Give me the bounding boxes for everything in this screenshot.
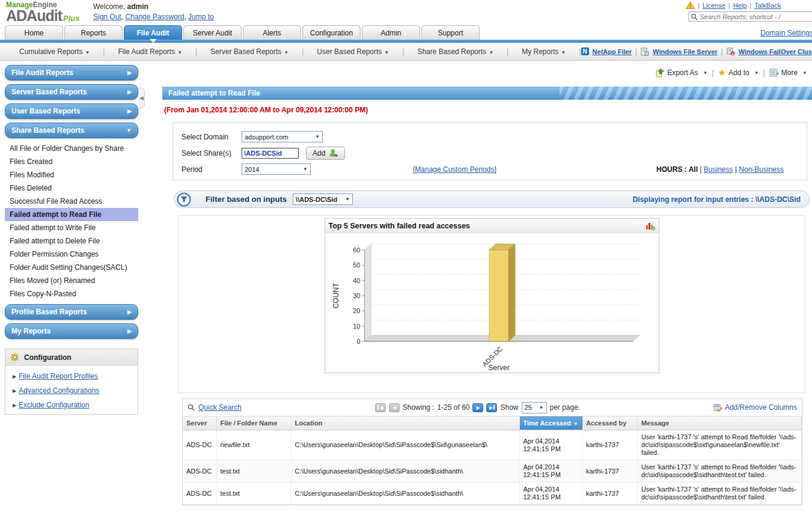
add-remove-columns-link[interactable]: Add/Remove Columns (725, 403, 797, 412)
menu-my-reports[interactable]: My Reports▼ (508, 47, 579, 56)
sidebar-item-files-deleted[interactable]: Files Deleted (5, 181, 138, 195)
warning-icon[interactable]: ! (686, 1, 695, 9)
windows-file-server-link[interactable]: Windows File Server (653, 48, 718, 55)
more-button[interactable]: More▼ (769, 68, 807, 78)
sign-out-link[interactable]: Sign Out (93, 13, 121, 21)
export-icon (655, 68, 665, 78)
manage-custom-periods-link[interactable]: [Manage Custom Periods] (413, 165, 496, 174)
search-input[interactable] (700, 13, 808, 20)
sidebar-item-failed-attempt-to-write-file[interactable]: Failed attempt to Write File (5, 221, 138, 234)
main-tabs: Home Reports File Audit Server Audit Ale… (5, 25, 480, 40)
svg-text:0: 0 (356, 338, 360, 345)
license-link[interactable]: License (703, 2, 725, 9)
prev-page-button[interactable]: ◀ (389, 403, 400, 412)
table-row[interactable]: ADS-DC test.txt C:\Users\gunaseelan\Desk… (183, 460, 802, 483)
add-user-icon (329, 148, 338, 157)
hours-nonbusiness-link[interactable]: Non-Business (739, 165, 784, 174)
jump-to-link[interactable]: Jump to (188, 13, 214, 21)
sidebar-item-files-copy-n-pasted[interactable]: Files Copy-N-Pasted (5, 287, 138, 300)
sidebar-item-files-created[interactable]: Files Created (5, 155, 138, 168)
tab-alerts[interactable]: Alerts (243, 25, 301, 40)
svg-text:40: 40 (353, 277, 360, 284)
talkback-link[interactable]: TalkBack (754, 2, 781, 9)
col-file-folder-name[interactable]: File / Folder Name (216, 416, 291, 430)
tab-support[interactable]: Support (421, 25, 480, 40)
filter-funnel-icon[interactable] (177, 192, 191, 207)
advanced-configurations-link[interactable]: Advanced Configurations (13, 386, 138, 395)
adaudit-page: ManageEngine ADAuditPlus Welcome, admin … (0, 0, 812, 515)
sidebar-item-failed-attempt-to-read-file[interactable]: Failed attempt to Read File (5, 208, 138, 221)
domain-settings-link[interactable]: Domain Settings (760, 29, 812, 37)
next-page-button[interactable]: ▶ (472, 403, 483, 412)
sidebar-section-user-based-reports[interactable]: User Based Reports▶ (5, 103, 138, 119)
menu-cumulative-reports[interactable]: Cumulative Reports▼ (6, 47, 103, 56)
sidebar-section-share-based-reports[interactable]: Share Based Reports▼ (5, 123, 138, 138)
sidebar-item-successful-file-read-access[interactable]: Successful File Read Access (5, 195, 138, 208)
tab-configuration[interactable]: Configuration (302, 25, 361, 40)
sidebar-item-folder-audit-setting-changes[interactable]: Folder Audit Setting Changes(SACL) (5, 261, 138, 274)
add-to-button[interactable]: ★ Add to▼ (718, 67, 759, 78)
sidebar-item-all-changes-by-share[interactable]: All File or Folder Changes by Share (5, 142, 138, 155)
menu-user-based-reports[interactable]: User Based Reports▼ (304, 47, 402, 56)
netapp-filer-link[interactable]: NetApp Filer (593, 48, 632, 55)
exclude-configuration-link[interactable]: Exclude Configuration (13, 401, 138, 409)
sidebar-section-server-based-reports[interactable]: Server Based Reports▶ (5, 84, 138, 100)
report-search[interactable] (688, 11, 812, 22)
svg-text:60: 60 (353, 246, 360, 254)
manageengine-logo[interactable]: ManageEngine ADAuditPlus (6, 1, 79, 23)
last-page-button[interactable]: ▶ (486, 403, 497, 412)
sidebar-item-failed-attempt-to-delete-file[interactable]: Failed attempt to Delete File (5, 234, 138, 248)
chevron-right-icon: ▶ (127, 70, 132, 76)
share-input[interactable] (242, 148, 299, 159)
chart-panel: Top 5 Servers with failed read accesses … (325, 218, 659, 373)
file-audit-report-profiles-link[interactable]: File Audit Report Profiles (13, 372, 138, 380)
filter-input-select[interactable]: \\ADS-DC\Sid▼ (293, 194, 353, 205)
tab-reports[interactable]: Reports (64, 25, 123, 40)
chevron-down-icon: ▼ (561, 50, 566, 55)
sidebar-section-file-audit-reports[interactable]: File Audit Reports▶ (5, 65, 138, 81)
menu-share-based-reports[interactable]: Share Based Reports▼ (404, 47, 507, 56)
chart-type-icon[interactable] (646, 221, 655, 231)
change-password-link[interactable]: Change Password (125, 13, 184, 21)
sidebar-collapse-handle[interactable]: ◀ (139, 88, 145, 108)
report-table: Server File / Folder Name Location Time … (183, 416, 802, 505)
report-body-panel: Top 5 Servers with failed read accesses … (178, 215, 805, 393)
svg-text:Server: Server (488, 364, 509, 371)
table-row[interactable]: ADS-DC newfile.txt C:\Users\gunaseelan\D… (183, 430, 802, 460)
share-based-report-list: All File or Folder Changes by Share File… (5, 142, 138, 300)
menu-server-based-reports[interactable]: Server Based Reports▼ (197, 47, 302, 56)
tab-home[interactable]: Home (5, 25, 63, 40)
sidebar-item-files-moved-renamed[interactable]: Files Moved (or) Renamed (5, 274, 138, 287)
tab-file-audit[interactable]: File Audit (124, 25, 182, 40)
export-as-button[interactable]: Export As▼ (655, 68, 707, 78)
col-location[interactable]: Location (291, 416, 519, 430)
add-share-button[interactable]: Add (306, 147, 345, 160)
col-accessed-by[interactable]: Accessed by (582, 416, 637, 430)
configuration-box: Configuration File Audit Report Profiles… (5, 349, 138, 415)
help-link[interactable]: Help (733, 2, 747, 9)
hours-business-link[interactable]: Business (704, 165, 733, 174)
quick-search-link[interactable]: Quick Search (198, 403, 242, 412)
sidebar-section-profile-based-reports[interactable]: Profile Based Reports▶ (5, 304, 138, 320)
period-select[interactable]: 2014▼ (242, 163, 311, 175)
sidebar-section-my-reports[interactable]: My Reports▶ (5, 323, 138, 339)
tab-admin[interactable]: Admin (362, 25, 420, 40)
domain-select[interactable]: adsupport.com▼ (242, 131, 323, 142)
chevron-right-icon: ▶ (127, 328, 132, 334)
col-time-accessed[interactable]: Time Accessed▼ (519, 416, 582, 430)
tab-server-audit[interactable]: Server Audit (183, 25, 242, 40)
col-message[interactable]: Message (637, 416, 801, 430)
search-icon (188, 404, 195, 411)
filter-label: Filter based on inputs (206, 195, 287, 204)
col-server[interactable]: Server (183, 416, 216, 430)
table-row[interactable]: ADS-DC test.txt C:\Users\gunaseelan\Desk… (183, 483, 802, 505)
sidebar-item-files-modified[interactable]: Files Modified (5, 168, 138, 181)
search-icon (691, 13, 698, 20)
first-page-button[interactable]: ◀ (375, 403, 386, 412)
svg-text:20: 20 (353, 307, 360, 314)
page-size-select[interactable]: 25▼ (522, 402, 547, 413)
windows-failover-cluster-link[interactable]: Windows FailOver Cluster (739, 48, 812, 55)
showing-label: Showing : (403, 403, 435, 412)
sidebar-item-folder-permission-changes[interactable]: Folder Permission Changes (5, 248, 138, 261)
menu-file-audit-reports[interactable]: File Audit Reports▼ (105, 47, 195, 56)
